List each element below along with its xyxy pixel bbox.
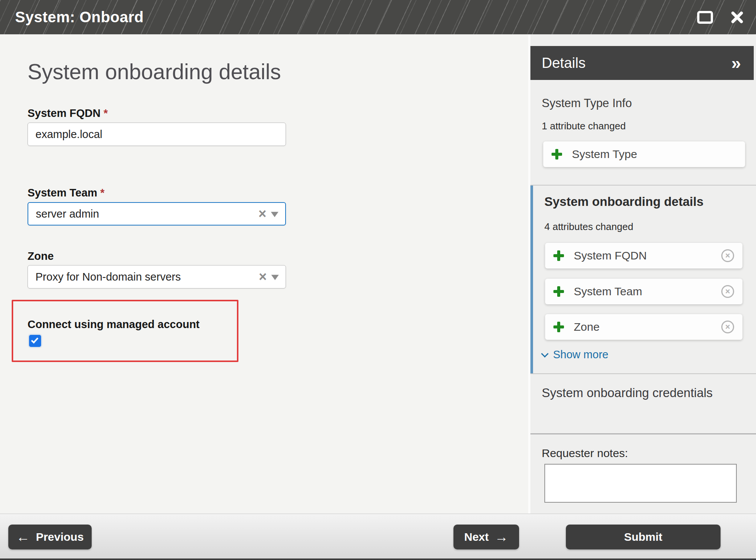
previous-button-label: Previous [36, 531, 84, 543]
wizard-footer: ← Previous Next → Submit [0, 514, 756, 558]
close-icon[interactable] [730, 11, 744, 24]
dropdown-caret-icon[interactable] [271, 275, 279, 280]
plus-icon [553, 286, 564, 297]
system-team-label-text: System Team [28, 187, 97, 199]
remove-attribute-icon[interactable]: × [721, 249, 734, 262]
checkmark-icon [31, 336, 38, 344]
system-team-select[interactable]: server admin × [28, 202, 286, 226]
attribute-card-system-team: System Team × [545, 279, 742, 304]
section-divider [530, 433, 756, 434]
chevron-down-icon [541, 350, 549, 357]
red-highlight-box [12, 300, 238, 362]
attribute-card-zone: Zone × [545, 314, 742, 340]
zone-label-text: Zone [28, 250, 54, 262]
onboard-dialog: System: Onboard System onboarding detail… [0, 0, 756, 560]
next-button-label: Next [464, 531, 489, 543]
details-panel: Details » System Type Info 1 attribute c… [530, 34, 756, 514]
managed-account-checkbox-label: Connect using managed account [28, 318, 200, 331]
attribute-label: System FQDN [574, 249, 721, 262]
attribute-card-system-type: System Type [543, 141, 745, 167]
managed-account-checkbox[interactable] [29, 335, 41, 347]
plus-icon [552, 149, 562, 160]
window-controls [697, 0, 744, 34]
requester-notes-textarea[interactable] [544, 464, 737, 503]
required-asterisk: * [100, 187, 104, 199]
attribute-card-system-fqdn: System FQDN × [545, 243, 742, 268]
previous-button[interactable]: ← Previous [8, 525, 92, 549]
details-panel-header: Details » [530, 46, 754, 80]
section-title-system-type-info: System Type Info [542, 97, 632, 110]
requester-notes-label: Requester notes: [542, 447, 628, 460]
plus-icon [553, 322, 564, 332]
next-button[interactable]: Next → [453, 525, 519, 549]
maximize-icon[interactable] [697, 11, 713, 24]
attribute-label: Zone [574, 321, 721, 333]
attribute-label: System Team [574, 285, 721, 298]
required-asterisk: * [103, 107, 108, 119]
remove-attribute-icon[interactable]: × [721, 321, 734, 333]
show-more-link[interactable]: Show more [543, 348, 608, 361]
dropdown-caret-icon[interactable] [271, 212, 278, 217]
plus-icon [553, 250, 564, 261]
system-fqdn-label-text: System FQDN [28, 107, 100, 119]
system-fqdn-input[interactable]: example.local [28, 123, 286, 146]
attribute-label: System Type [572, 148, 737, 161]
zone-label: Zone [28, 250, 54, 262]
clear-selection-icon[interactable]: × [259, 270, 267, 284]
zone-select[interactable]: Proxy for Non-domain servers × [28, 265, 286, 288]
arrow-left-icon: ← [16, 530, 30, 544]
zone-value: Proxy for Non-domain servers [35, 271, 181, 283]
onboarding-form: System onboarding details System FQDN* e… [0, 34, 528, 514]
system-team-label: System Team* [28, 187, 104, 199]
window-bottom-edge [0, 558, 756, 560]
system-fqdn-label: System FQDN* [28, 107, 108, 120]
section-changed-count: 4 attributes changed [544, 221, 633, 233]
system-team-value: server admin [36, 208, 99, 220]
section-divider [530, 373, 756, 374]
section-title-onboarding-credentials: System onboarding credentials [542, 386, 713, 400]
submit-button[interactable]: Submit [566, 525, 721, 549]
clear-selection-icon[interactable]: × [258, 207, 266, 221]
remove-attribute-icon[interactable]: × [721, 285, 734, 298]
window-titlebar: System: Onboard [0, 0, 756, 34]
arrow-right-icon: → [495, 530, 509, 544]
page-title: System onboarding details [28, 59, 281, 84]
collapse-panel-icon[interactable]: » [731, 54, 741, 72]
window-title: System: Onboard [15, 9, 144, 26]
show-more-label: Show more [553, 348, 608, 361]
active-section-indicator [530, 186, 533, 373]
details-title: Details [542, 55, 585, 71]
section-title-onboarding-details: System onboarding details [544, 195, 704, 209]
section-divider [530, 185, 756, 186]
section-changed-count: 1 attribute changed [542, 120, 626, 132]
system-fqdn-value: example.local [35, 128, 102, 141]
submit-button-label: Submit [624, 531, 662, 543]
